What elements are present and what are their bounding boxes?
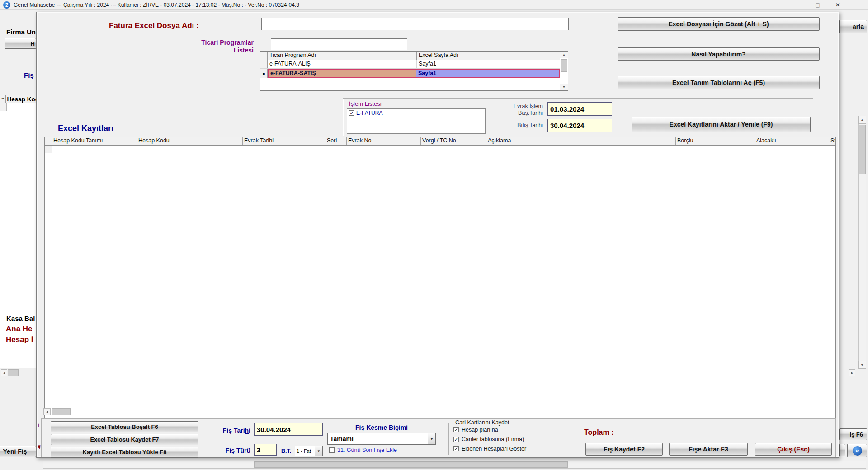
button-label: Excel Do xyxy=(668,20,695,28)
background-vscroll-down-icon[interactable]: ▼ xyxy=(858,361,866,369)
background-partial-button-top[interactable]: arla xyxy=(839,20,867,33)
row-selector-cell[interactable]: ■ xyxy=(260,69,268,78)
col-vergi-tc-no[interactable]: Vergi / TC No xyxy=(421,137,486,145)
excel-gozat-button[interactable]: Excel Dosyası İçin Gözat (Alt + S) xyxy=(618,17,820,31)
title-bar: Z Genel Muhasebe --- Çalışma Yılı : 2024… xyxy=(0,0,868,10)
background-hscroll-right-icon[interactable]: ► xyxy=(849,369,855,376)
table-hscroll-left-icon[interactable]: ◄ xyxy=(43,408,51,415)
nasil-yapabilirim-button[interactable]: Nasıl Yapabilirim? xyxy=(618,47,820,61)
baslangic-tarihi-input[interactable]: 01.03.2024 xyxy=(547,102,612,116)
fis-kaydet-button[interactable]: Fiş Kaydet F2 xyxy=(585,443,663,456)
col-alacakli[interactable]: Alacaklı xyxy=(755,137,829,145)
label-part: h xyxy=(245,427,249,434)
bt-dropdown[interactable]: 1 - Fat ▼ xyxy=(295,446,323,456)
application-window: Z Genel Muhasebe --- Çalışma Yılı : 2024… xyxy=(0,0,868,470)
minimize-button[interactable]: — xyxy=(791,0,807,10)
cikis-button[interactable]: Çıkış (Esc) xyxy=(755,443,832,456)
fatura-excel-dosya-input[interactable] xyxy=(261,18,569,30)
resize-icon: ↔ xyxy=(0,95,6,103)
hesap-planina-label: Hesap planına xyxy=(462,427,498,433)
button-label: s xyxy=(695,20,699,28)
grid-cell-sheet[interactable]: Sayfa1 xyxy=(417,60,560,68)
grid-corner-cell xyxy=(260,52,268,60)
background-partial-button[interactable]: H xyxy=(5,38,36,49)
col-evrak-tarihi[interactable]: Evrak Tarihi xyxy=(243,137,326,145)
fis-tarihi-input[interactable]: 30.04.2024 xyxy=(254,423,323,436)
hesap-planina-row[interactable]: ✓ Hesap planına xyxy=(453,427,498,433)
yeni-fis-button[interactable]: Yeni Fiş xyxy=(0,446,36,457)
background-bottom-scroll-thumb[interactable] xyxy=(254,461,568,468)
row-selector-cell[interactable] xyxy=(45,146,52,153)
bitis-tarihi-input[interactable]: 30.04.2024 xyxy=(547,119,612,132)
col-stok[interactable]: Sto xyxy=(829,137,836,145)
excel-tablosu-kaydet-button[interactable]: Excel Tablosu Kaydet F7 xyxy=(51,434,198,445)
ticari-programlar-label: Ticari Programlar Listesi xyxy=(172,39,254,54)
col-aciklama[interactable]: Açıklama xyxy=(486,137,676,145)
islem-listesi-label: İşlem Listesi xyxy=(349,100,382,107)
fast-forward-button[interactable]: » xyxy=(847,444,867,457)
background-table-header: ↔ Hesap Kod xyxy=(0,95,36,103)
gunu-son-fise-checkbox[interactable] xyxy=(329,447,335,453)
background-vscroll-up-icon[interactable]: ▲ xyxy=(858,116,866,124)
gunu-son-fise-label: 31. Günü Son Fişe Ekle xyxy=(337,447,397,453)
label-line: Listesi xyxy=(172,47,254,54)
fis-kesme-dropdown[interactable]: Tamamı ▼ xyxy=(327,433,436,445)
fis-turu-input[interactable]: 3 xyxy=(254,444,277,456)
label-line: Baş.Tarihi xyxy=(496,110,543,117)
cariler-tablosuna-row[interactable]: ✓ Cariler tablosuna (Firma) xyxy=(453,436,524,442)
col-seri[interactable]: Seri xyxy=(326,137,347,145)
excel-tanim-tablolari-button[interactable]: Excel Tanım Tablolarını Aç (F5) xyxy=(618,76,820,89)
background-hscroll-left-icon[interactable]: ◄ xyxy=(1,369,7,376)
excel-tablosu-bosalt-button[interactable]: Excel Tablosu Boşalt F6 xyxy=(51,421,198,432)
grid-scroll-down-icon[interactable]: ▼ xyxy=(560,84,568,90)
excel-kayitlari-title: Excel Kayıtları xyxy=(58,124,113,133)
background-partial-button-f6[interactable]: iş F6 xyxy=(839,428,867,440)
evrak-islem-bas-tarihi-label: Evrak İşlem Baş.Tarihi xyxy=(496,103,543,117)
islem-listbox[interactable]: ✓ E-FATURA xyxy=(347,108,486,134)
cariler-tablosuna-label: Cariler tablosuna (Firma) xyxy=(462,436,524,442)
fatura-excel-dosya-label: Fatura Excel Dosya Adı : xyxy=(109,21,199,30)
chevron-down-icon[interactable]: ▼ xyxy=(428,433,435,444)
background-hscroll-thumb[interactable] xyxy=(8,369,19,376)
grid-header-sheet[interactable]: Excel Sayfa Adı xyxy=(417,52,560,60)
islem-list-item[interactable]: ✓ E-FATURA xyxy=(349,110,483,116)
chevron-down-icon[interactable]: ▼ xyxy=(315,446,322,456)
col-hesap-kodu-tanimi[interactable]: Hesap Kodu Tanımı xyxy=(52,137,137,145)
col-borclu[interactable]: Borçlu xyxy=(676,137,755,145)
hesap-planina-checkbox[interactable]: ✓ xyxy=(453,427,459,432)
efatura-checkbox[interactable]: ✓ xyxy=(349,110,354,116)
table-empty-row[interactable] xyxy=(45,146,835,153)
grid-cell-sheet[interactable]: Sayfa1 xyxy=(416,70,559,77)
maximize-button[interactable]: ▢ xyxy=(810,0,826,10)
grid-scroll-up-icon[interactable]: ▲ xyxy=(560,52,568,58)
grid-cell-program[interactable]: e-FATURA-SATIŞ xyxy=(269,70,416,77)
grid-cell-program[interactable]: e-FATURA-ALIŞ xyxy=(268,60,417,68)
kayitli-excel-yukle-button[interactable]: Kayıtlı Excel Tablosu Yükle F8 xyxy=(51,446,198,458)
fise-aktar-button[interactable]: Fişe Aktar F3 xyxy=(669,443,748,456)
title-part: x xyxy=(63,124,68,133)
grid-vscroll[interactable]: ▲ ▼ xyxy=(560,52,568,90)
close-button[interactable]: ✕ xyxy=(830,0,845,10)
cariler-tablosuna-checkbox[interactable]: ✓ xyxy=(453,437,459,442)
col-hesap-kodu[interactable]: Hesap Kodu xyxy=(137,137,243,145)
title-part: cel Kayıtları xyxy=(68,124,113,133)
grid-row[interactable]: e-FATURA-ALIŞ Sayfa1 xyxy=(260,60,560,69)
divider xyxy=(596,461,596,468)
grid-row-selected[interactable]: ■ e-FATURA-SATIŞ Sayfa1 xyxy=(260,69,560,78)
bt-label: B.T. xyxy=(281,448,291,454)
grid-scroll-thumb[interactable] xyxy=(561,59,567,72)
table-hscroll-thumb[interactable] xyxy=(52,408,71,415)
fis-tarihi-label: Fiş Tarihi xyxy=(177,427,250,434)
background-vscroll-thumb[interactable] xyxy=(859,125,866,174)
grid-header-program[interactable]: Ticari Program Adı xyxy=(268,52,417,60)
gunu-son-fise-row[interactable]: 31. Günü Son Fişe Ekle xyxy=(329,447,397,453)
eklenen-hesaplari-row[interactable]: ✓ Eklenen Hesapları Göster xyxy=(453,446,526,452)
eklenen-hesaplari-checkbox[interactable]: ✓ xyxy=(453,446,459,451)
excel-kayitlari-aktar-button[interactable]: Excel Kayıtlarını Aktar / Yenile (F9) xyxy=(632,117,811,132)
row-selector-cell[interactable] xyxy=(260,60,268,68)
col-evrak-no[interactable]: Evrak No xyxy=(347,137,421,145)
program-filter-input[interactable] xyxy=(271,38,407,50)
background-partial-button-edge[interactable] xyxy=(839,444,845,456)
table-header-row: Hesap Kodu Tanımı Hesap Kodu Evrak Tarih… xyxy=(45,137,835,146)
cari-kartlari-group-title: Cari Kartlarını Kaydet xyxy=(453,419,511,426)
